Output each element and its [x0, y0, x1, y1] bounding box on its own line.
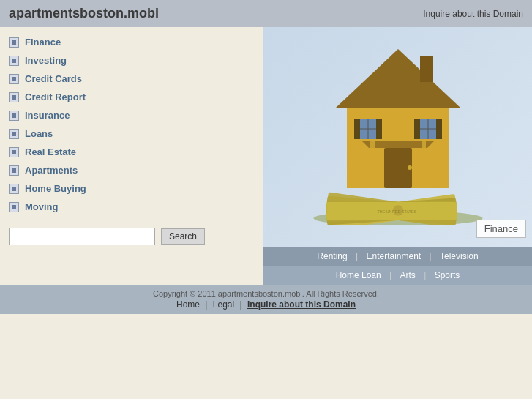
sidebar-item-apartments[interactable]: Apartments: [0, 161, 263, 179]
sidebar: FinanceInvestingCredit CardsCredit Repor…: [0, 27, 263, 285]
svg-point-20: [408, 165, 412, 170]
sidebar-item-insurance[interactable]: Insurance: [0, 106, 263, 124]
links-bar-homeloan: Home Loan | Arts | Sports: [263, 266, 532, 285]
header: apartmentsboston.mobi Inquire about this…: [0, 0, 532, 27]
svg-rect-24: [354, 119, 360, 139]
svg-rect-25: [376, 119, 382, 139]
footer-link-inquire-about-this-domain[interactable]: Inquire about this Domain: [247, 299, 356, 310]
sidebar-bullet-icon: [9, 147, 19, 157]
sidebar-nav: FinanceInvestingCredit CardsCredit Repor…: [0, 33, 263, 216]
sidebar-item-moving[interactable]: Moving: [0, 198, 263, 216]
search-area: Search: [0, 216, 263, 257]
sidebar-item-label: Investing: [25, 55, 67, 66]
house-image-area: THE UNITED STATES: [263, 27, 532, 247]
svg-rect-12: [420, 56, 433, 82]
footer-copyright: Copyright © 2011 apartmentsboston.mobi. …: [9, 289, 523, 298]
sidebar-item-finance[interactable]: Finance: [0, 33, 263, 51]
separator: |: [387, 270, 394, 280]
sidebar-item-home-buying[interactable]: Home Buying: [0, 179, 263, 198]
svg-rect-26: [414, 119, 420, 139]
sidebar-item-credit-cards[interactable]: Credit Cards: [0, 70, 263, 88]
sidebar-bullet-icon: [9, 74, 19, 84]
separator: |: [422, 270, 429, 280]
sidebar-bullet-icon: [9, 37, 19, 48]
links-bar-2-item-sports[interactable]: Sports: [435, 270, 460, 280]
svg-text:THE UNITED STATES: THE UNITED STATES: [377, 209, 416, 214]
links-bar-1-item-entertainment[interactable]: Entertainment: [366, 251, 421, 261]
svg-rect-23: [422, 141, 426, 148]
sidebar-item-label: Real Estate: [25, 146, 76, 157]
sidebar-bullet-icon: [9, 92, 19, 102]
right-content: THE UNITED STATES: [263, 27, 532, 285]
search-input[interactable]: [9, 228, 155, 245]
footer-links: Home | Legal | Inquire about this Domain: [9, 299, 523, 310]
house-illustration: [325, 34, 471, 195]
sidebar-bullet-icon: [9, 165, 19, 176]
svg-marker-11: [336, 49, 460, 108]
links-bar-1-item-television[interactable]: Television: [440, 251, 479, 261]
separator: |: [427, 251, 434, 261]
site-title: apartmentsboston.mobi: [9, 6, 159, 21]
footer-link-home[interactable]: Home: [176, 299, 200, 310]
sidebar-item-label: Loans: [25, 128, 53, 139]
sidebar-item-label: Credit Cards: [25, 73, 82, 84]
sidebar-item-credit-report[interactable]: Credit Report: [0, 88, 263, 106]
header-inquire-link[interactable]: Inquire about this Domain: [423, 9, 523, 19]
sidebar-bullet-icon: [9, 129, 19, 139]
search-button[interactable]: Search: [161, 228, 205, 245]
sidebar-bullet-icon: [9, 202, 19, 212]
sidebar-item-real-estate[interactable]: Real Estate: [0, 143, 263, 161]
sidebar-item-label: Apartments: [25, 165, 78, 176]
links-bar-1-content: Renting | Entertainment | Television: [312, 251, 482, 261]
links-bar-renting: Renting | Entertainment | Television: [263, 247, 532, 266]
sidebar-item-label: Credit Report: [25, 92, 86, 102]
sidebar-item-label: Finance: [25, 37, 61, 48]
svg-rect-22: [370, 141, 375, 148]
main-content: FinanceInvestingCredit CardsCredit Repor…: [0, 27, 532, 285]
footer-link-legal[interactable]: Legal: [213, 299, 234, 310]
sidebar-bullet-icon: [9, 111, 19, 121]
links-bar-2-item-home-loan[interactable]: Home Loan: [336, 270, 381, 280]
links-bar-2-content: Home Loan | Arts | Sports: [331, 270, 465, 280]
sidebar-item-label: Home Buying: [25, 183, 86, 194]
sidebar-bullet-icon: [9, 56, 19, 66]
sidebar-item-label: Moving: [25, 201, 59, 212]
separator: |: [353, 251, 361, 261]
sidebar-bullet-icon: [9, 184, 19, 194]
svg-rect-27: [436, 119, 442, 139]
sidebar-item-loans[interactable]: Loans: [0, 124, 263, 143]
sidebar-item-investing[interactable]: Investing: [0, 51, 263, 70]
links-bar-1-item-renting[interactable]: Renting: [317, 251, 347, 261]
sidebar-item-label: Insurance: [25, 110, 70, 121]
footer: Copyright © 2011 apartmentsboston.mobi. …: [0, 285, 532, 314]
links-bar-2-item-arts[interactable]: Arts: [400, 270, 416, 280]
finance-badge: Finance: [476, 220, 526, 238]
